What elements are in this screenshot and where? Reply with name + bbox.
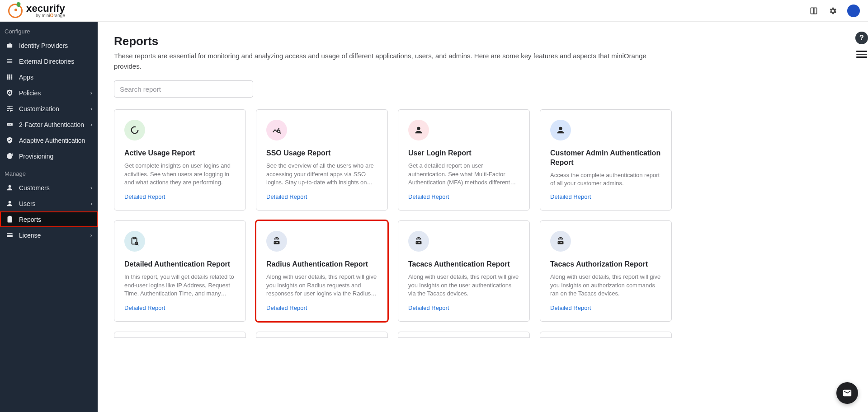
- sidebar-item-label: External Directories: [19, 58, 74, 65]
- report-card-description: See the overview of all the users who ar…: [266, 162, 377, 189]
- detailed-report-link[interactable]: Detailed Report: [124, 193, 236, 200]
- report-card-description: Along with user details, this report wil…: [550, 273, 661, 300]
- report-card-customer-admin-authentication-report[interactable]: Customer Admin Authentication Report Acc…: [540, 109, 672, 211]
- sidebar-item-customization[interactable]: Customization ›: [0, 101, 98, 117]
- report-card-title: Tacacs Authentication Report: [408, 260, 519, 269]
- right-float-controls: ?: [855, 32, 868, 58]
- chat-fab-icon[interactable]: [836, 382, 858, 404]
- sidebar-item-license[interactable]: License ›: [0, 227, 98, 243]
- detailed-report-link[interactable]: Detailed Report: [124, 304, 236, 311]
- router-icon: [408, 231, 429, 252]
- sidebar-item-provisioning[interactable]: Provisioning: [0, 148, 98, 164]
- sidebar-item-apps[interactable]: Apps: [0, 69, 98, 85]
- sidebar-item-label: License: [19, 232, 41, 239]
- svg-point-13: [276, 242, 277, 243]
- sidebar-item-identity-providers[interactable]: Identity Providers: [0, 37, 98, 53]
- chevron-right-icon: ›: [90, 121, 92, 128]
- sidebar-item-label: Reports: [19, 216, 41, 223]
- search-input[interactable]: [120, 85, 247, 93]
- shield-gear-icon: [5, 89, 14, 97]
- report-card-title: Active Usage Report: [124, 149, 236, 158]
- svg-point-22: [561, 242, 562, 243]
- docs-icon[interactable]: [809, 6, 818, 15]
- settings-gear-icon[interactable]: [828, 6, 837, 15]
- detailed-report-link[interactable]: Detailed Report: [408, 304, 519, 311]
- detailed-report-link[interactable]: Detailed Report: [266, 304, 377, 311]
- report-card-placeholder: [114, 332, 246, 338]
- password-icon: 123: [5, 121, 14, 128]
- person-icon: [5, 200, 14, 207]
- sync-icon: [5, 152, 14, 160]
- page-description: These reports are essential for monitori…: [114, 51, 656, 71]
- chevron-right-icon: ›: [90, 184, 92, 191]
- svg-point-7: [278, 130, 280, 133]
- brand-subtitle: by miniOrange: [36, 14, 65, 19]
- brand-text: xecurify by miniOrange: [26, 3, 65, 19]
- report-card-detailed-authentication-report[interactable]: Detailed Authentication Report In this r…: [114, 220, 246, 322]
- shield-check-icon: [5, 136, 14, 144]
- report-card-radius-authentication-report[interactable]: Radius Authentication Report Along with …: [256, 220, 388, 322]
- report-card-tacacs-authentication-report[interactable]: Tacacs Authentication Report Along with …: [398, 220, 530, 322]
- sidebar-section-manage: Manage: [0, 164, 98, 180]
- briefcase-icon: [5, 42, 14, 49]
- report-card-placeholder: [256, 332, 388, 338]
- detailed-report-link[interactable]: Detailed Report: [550, 304, 661, 311]
- svg-point-12: [274, 242, 275, 243]
- report-card-title: User Login Report: [408, 149, 519, 158]
- sidebar-section-configure: Configure: [0, 22, 98, 37]
- sidebar-item-2-factor-authentication[interactable]: 123 2-Factor Authentication ›: [0, 117, 98, 132]
- grid-icon: [5, 73, 14, 81]
- svg-rect-5: [7, 234, 13, 235]
- sidebar-item-users[interactable]: Users ›: [0, 196, 98, 211]
- report-card-title: Detailed Authentication Report: [124, 260, 236, 269]
- svg-point-10: [135, 242, 138, 245]
- svg-text:123: 123: [8, 123, 11, 126]
- report-card-title: Customer Admin Authentication Report: [550, 149, 661, 168]
- brand[interactable]: xecurify by miniOrange: [8, 3, 65, 19]
- router-icon: [550, 231, 571, 252]
- search-report-box[interactable]: [114, 80, 253, 98]
- help-icon[interactable]: ?: [855, 32, 868, 44]
- tune-icon: [5, 105, 14, 112]
- chevron-right-icon: ›: [90, 105, 92, 112]
- svg-point-6: [132, 127, 138, 134]
- report-card-user-login-report[interactable]: User Login Report Get a detailed report …: [398, 109, 530, 211]
- svg-point-14: [277, 242, 278, 243]
- user-icon: [408, 120, 429, 140]
- spinner-icon: [124, 120, 145, 140]
- panel-toggle-icon[interactable]: [856, 51, 867, 58]
- sidebar-item-reports[interactable]: Reports: [0, 211, 98, 227]
- sidebar-item-label: Identity Providers: [19, 42, 68, 49]
- reports-grid: Active Usage Report Get complete insight…: [114, 109, 852, 322]
- sidebar: Configure Identity Providers External Di…: [0, 22, 98, 412]
- card-icon: [5, 231, 14, 239]
- svg-point-18: [419, 242, 420, 243]
- report-card-title: Radius Authentication Report: [266, 260, 377, 269]
- page-title: Reports: [114, 34, 852, 48]
- sidebar-item-label: 2-Factor Authentication: [19, 121, 84, 128]
- sidebar-item-label: Policies: [19, 89, 41, 97]
- sidebar-item-external-directories[interactable]: External Directories: [0, 53, 98, 69]
- report-card-title: Tacacs Authorization Report: [550, 260, 661, 269]
- sidebar-item-label: Adaptive Authentication: [19, 137, 85, 144]
- sidebar-item-label: Apps: [19, 74, 33, 81]
- chevron-right-icon: ›: [90, 89, 92, 96]
- clipboard-search-icon: [124, 231, 145, 252]
- sidebar-item-adaptive-authentication[interactable]: Adaptive Authentication: [0, 132, 98, 148]
- report-card-placeholder: [398, 332, 530, 338]
- reports-grid-next-row: [114, 332, 852, 338]
- brand-name: xecurify: [26, 3, 65, 14]
- report-card-active-usage-report[interactable]: Active Usage Report Get complete insight…: [114, 109, 246, 211]
- report-card-sso-usage-report[interactable]: SSO Usage Report See the overview of all…: [256, 109, 388, 211]
- report-card-tacacs-authorization-report[interactable]: Tacacs Authorization Report Along with u…: [540, 220, 672, 322]
- user-avatar[interactable]: [847, 5, 860, 17]
- topbar: xecurify by miniOrange: [0, 0, 868, 22]
- detailed-report-link[interactable]: Detailed Report: [408, 193, 519, 200]
- svg-point-17: [418, 242, 419, 243]
- sidebar-item-label: Users: [19, 200, 36, 207]
- sidebar-item-customers[interactable]: Customers ›: [0, 180, 98, 196]
- sidebar-item-policies[interactable]: Policies ›: [0, 85, 98, 101]
- detailed-report-link[interactable]: Detailed Report: [266, 193, 377, 200]
- detailed-report-link[interactable]: Detailed Report: [550, 193, 661, 200]
- report-card-placeholder: [540, 332, 672, 338]
